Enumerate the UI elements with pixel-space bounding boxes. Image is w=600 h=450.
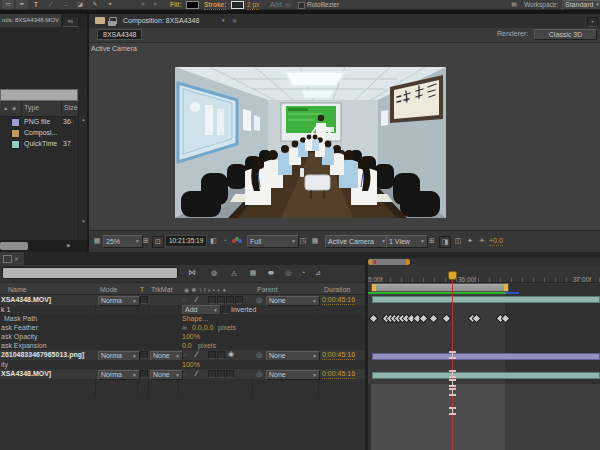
switch-box[interactable] — [208, 370, 216, 378]
trkmat-column-header[interactable]: TrkMat — [151, 286, 173, 293]
composition-tab[interactable]: Composition: 8XSA4348 — [123, 17, 199, 24]
preserve-transparency-toggle[interactable] — [140, 370, 148, 378]
exposure-value[interactable]: +0.0 — [489, 237, 503, 246]
tab-caret-icon[interactable]: ▾ — [222, 17, 225, 23]
mask-group-row[interactable]: k 1 Add▼ Inverted — [0, 305, 365, 314]
fill-color-swatch[interactable] — [186, 1, 199, 9]
resolution-select[interactable]: Full▼ — [247, 235, 299, 248]
label-swatch[interactable] — [11, 140, 20, 149]
region-of-interest-icon[interactable]: ◳ — [298, 236, 308, 246]
rotobezier-checkbox[interactable] — [298, 2, 305, 9]
switch-box[interactable] — [217, 351, 225, 359]
keyframe-diamond[interactable] — [369, 314, 379, 324]
brainstorm-icon[interactable]: ◎ — [281, 268, 295, 278]
roto-brush-tool[interactable]: ✎ — [89, 0, 101, 9]
mask-opacity-row[interactable]: ask Opacity 100% — [0, 332, 365, 341]
duration-value[interactable]: 0:00:45:16 — [322, 296, 355, 305]
timeline-tab[interactable]: ✕ — [0, 252, 24, 265]
blend-mode-select[interactable]: Norma▼ — [98, 370, 140, 380]
parent-column-header[interactable]: Parent — [257, 286, 278, 293]
layer-row[interactable]: 26104833467965013.png] Norma▼ None▼ ∴ ∕ … — [0, 350, 365, 360]
fast-previews-icon[interactable]: ◨ — [439, 236, 451, 248]
workspace-icon[interactable]: ▤ — [507, 0, 521, 9]
mode-column-header[interactable]: Mode — [100, 286, 118, 293]
auto-keyframe-icon[interactable]: ◔ — [296, 268, 310, 278]
keyframe-ibeam[interactable] — [449, 370, 456, 378]
switch-box[interactable] — [208, 296, 216, 304]
workspace-caret-icon[interactable]: ▾ — [595, 0, 600, 9]
trkmat-select[interactable]: None▼ — [150, 370, 183, 380]
hscroll-thumb[interactable] — [0, 242, 28, 250]
view-layout-select[interactable]: 1 View▼ — [386, 235, 428, 248]
motion-blur-icon[interactable]: ⬬ — [264, 268, 278, 278]
mask-visibility-icon[interactable]: ⊡ — [152, 236, 164, 248]
pen-tool[interactable]: ✒ — [16, 0, 28, 9]
duration-value[interactable]: 0:00:45:16 — [322, 351, 355, 360]
project-item-row[interactable]: Composi... — [0, 127, 78, 138]
keyframe-diamond[interactable] — [501, 314, 511, 324]
show-snapshot-icon[interactable]: ◔ — [220, 236, 229, 246]
panel-menu-icon[interactable]: ▾ — [587, 17, 598, 27]
t-column-header[interactable]: T — [140, 286, 144, 293]
quality-switch-icon[interactable]: ∕ — [196, 295, 197, 304]
stroke-width-value[interactable]: 2 px — [247, 1, 259, 10]
duration-column-header[interactable]: Duration — [324, 286, 350, 293]
scroll-down-icon[interactable]: ▼ — [80, 219, 87, 224]
switch-box[interactable] — [226, 296, 234, 304]
collapse-switch-icon[interactable]: ∴ — [183, 351, 187, 357]
parent-pickwhip-icon[interactable]: ◎ — [256, 370, 262, 378]
mask-expansion-row[interactable]: ask Expansion 0.0 pixels — [0, 341, 365, 350]
switch-box[interactable] — [208, 351, 216, 359]
quality-switch-icon[interactable]: ∕ — [196, 369, 197, 378]
layer-row[interactable]: XSA4348.MOV] Norma▼ ∴ ∕ ◎ None▼ 0:00:45:… — [0, 295, 365, 305]
feather-link-icon[interactable]: ∞ — [182, 324, 187, 331]
duration-value[interactable]: 0:00:45:16 — [322, 370, 355, 379]
project-search-field[interactable] — [0, 89, 78, 101]
stroke-label[interactable]: Stroke: — [204, 1, 226, 10]
reset-exposure-icon[interactable]: ☀ — [477, 236, 487, 246]
switch-box[interactable] — [226, 370, 234, 378]
switch-box[interactable] — [217, 296, 225, 304]
magnification-select[interactable]: 25%▼ — [103, 235, 143, 248]
playhead-head[interactable] — [448, 271, 457, 280]
keyframe-ibeam[interactable] — [449, 351, 456, 359]
panel-menu-button[interactable]: ▾≡ — [62, 16, 79, 27]
keyframe-diamond[interactable] — [429, 314, 439, 324]
pixel-aspect-icon[interactable]: ⊞ — [427, 236, 437, 246]
keyframe-diamond[interactable] — [442, 314, 452, 324]
transparency-grid-icon[interactable]: ▦ — [310, 236, 320, 246]
preserve-transparency-toggle[interactable] — [140, 296, 148, 304]
parent-select[interactable]: None▼ — [266, 370, 320, 380]
sort-icon[interactable]: ▲ — [3, 105, 8, 111]
stroke-color-swatch[interactable] — [231, 1, 244, 9]
tab-close-icon[interactable]: ✕ — [232, 17, 237, 24]
eraser-tool[interactable]: ◪ — [74, 0, 86, 9]
always-preview-icon[interactable]: ▦ — [92, 236, 102, 246]
type-column-header[interactable]: Type — [24, 104, 39, 111]
view-select[interactable]: Active Camera▼ — [325, 235, 389, 248]
line-tool[interactable]: ∕ — [45, 0, 57, 9]
size-column-header[interactable]: Size — [64, 104, 78, 111]
puppet-pin-tool[interactable]: ✦ — [104, 0, 116, 9]
project-hscrollbar[interactable]: ▶ — [0, 240, 87, 252]
mask-path-row[interactable]: Mask Path Shape... — [0, 314, 365, 323]
timeline-button-icon[interactable]: ◫ — [453, 236, 463, 246]
keyframe-ibeam[interactable] — [449, 388, 456, 396]
renderer-button[interactable]: Classic 3D — [534, 29, 597, 40]
mask-inverted-checkbox[interactable] — [222, 306, 230, 314]
collapse-switch-icon[interactable]: ∴ — [183, 370, 187, 376]
grid-guides-icon[interactable]: ⊞ — [141, 236, 151, 246]
motion-blur-switch-icon[interactable]: ◉ — [228, 350, 234, 358]
effect-controls-tab[interactable]: rols: 8XSA4348.MOV — [0, 14, 61, 27]
clone-stamp-tool[interactable]: ∴ — [60, 0, 72, 9]
parent-pickwhip-icon[interactable]: ◎ — [256, 351, 262, 359]
switch-box[interactable] — [235, 296, 243, 304]
project-item-row[interactable]: PNG file 36 ∴ — [0, 116, 78, 127]
collapse-switch-icon[interactable]: ∴ — [183, 296, 187, 302]
quality-switch-icon[interactable]: ∕ — [196, 350, 197, 359]
project-item-row[interactable]: QuickTime 37 — [0, 138, 78, 149]
graph-editor-icon[interactable]: ⊿ — [311, 268, 325, 278]
frame-blend-icon[interactable]: ▦ — [246, 268, 260, 278]
scroll-right-icon[interactable]: ▶ — [67, 242, 71, 248]
track-area[interactable]: 5:00f 36:00f 37:00f — [368, 258, 600, 450]
